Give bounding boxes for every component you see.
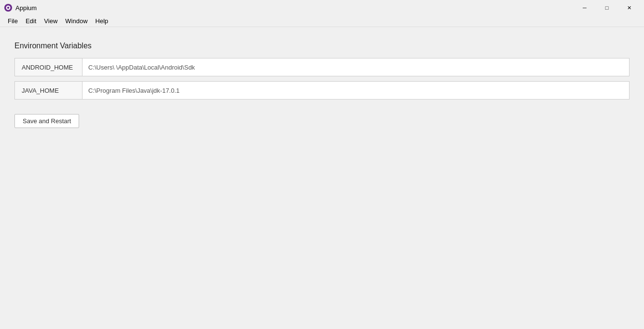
minimize-button[interactable]: ─ bbox=[574, 0, 596, 15]
close-button[interactable]: ✕ bbox=[618, 0, 640, 15]
menu-bar: File Edit View Window Help bbox=[0, 15, 644, 27]
menu-window[interactable]: Window bbox=[61, 16, 91, 26]
java-home-value: C:\Program Files\Java\jdk-17.0.1 bbox=[82, 82, 629, 99]
menu-edit[interactable]: Edit bbox=[22, 16, 40, 26]
save-restart-button[interactable]: Save and Restart bbox=[14, 114, 79, 128]
menu-view[interactable]: View bbox=[40, 16, 61, 26]
title-bar-left: Appium bbox=[4, 3, 37, 12]
android-home-value: C:\Users\ \AppData\Local\Android\Sdk bbox=[82, 58, 629, 76]
java-home-row: JAVA_HOME C:\Program Files\Java\jdk-17.0… bbox=[14, 81, 630, 100]
title-bar: Appium ─ □ ✕ bbox=[0, 0, 644, 15]
main-content: Environment Variables ANDROID_HOME C:\Us… bbox=[0, 27, 644, 329]
section-title: Environment Variables bbox=[14, 42, 630, 50]
maximize-button[interactable]: □ bbox=[596, 0, 618, 15]
android-home-label: ANDROID_HOME bbox=[15, 58, 82, 76]
menu-help[interactable]: Help bbox=[92, 16, 112, 26]
app-title: Appium bbox=[15, 4, 37, 12]
svg-point-2 bbox=[7, 7, 10, 9]
menu-file[interactable]: File bbox=[4, 16, 22, 26]
appium-logo-icon bbox=[4, 3, 13, 12]
java-home-label: JAVA_HOME bbox=[15, 82, 82, 99]
android-home-row: ANDROID_HOME C:\Users\ \AppData\Local\An… bbox=[14, 58, 630, 76]
title-bar-controls: ─ □ ✕ bbox=[574, 0, 640, 15]
